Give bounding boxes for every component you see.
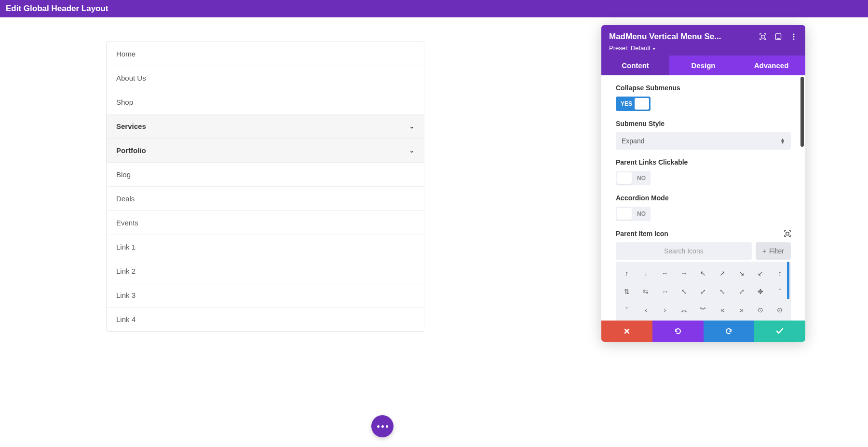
panel-header[interactable]: MadMenu Vertical Menu Se... Preset: Defa…: [601, 25, 805, 56]
icon-grid-container: ↑ ↓ ← → ↖ ↗ ↘ ↙ ↕ ⇅ ⇆ ↔ ⤡ ⤢ ⤡ ⤢ ✥: [616, 262, 791, 321]
icon-option-arrow-left[interactable]: ←: [656, 265, 674, 282]
icon-search-input[interactable]: [616, 242, 752, 260]
icon-option-arrow-down-right[interactable]: ↘: [732, 265, 751, 282]
icon-option-arrow-up-left[interactable]: ↖: [694, 265, 713, 282]
menu-item-label: Link 4: [116, 315, 136, 323]
cancel-button[interactable]: [601, 321, 652, 332]
control-label: Parent Links Clickable: [616, 158, 791, 166]
toggle-collapse-submenus[interactable]: YES: [616, 97, 651, 111]
chevron-down-icon: ⌄: [409, 123, 414, 130]
undo-button[interactable]: [652, 321, 704, 332]
toggle-accordion-mode[interactable]: NO: [616, 207, 651, 221]
menu-item-deals[interactable]: Deals: [107, 187, 424, 211]
control-label: Submenu Style: [616, 120, 791, 127]
menu-item-about[interactable]: About Us: [107, 66, 424, 90]
menu-item-label: Shop: [116, 98, 133, 106]
menu-item-label: Events: [116, 219, 138, 227]
menu-item-link1[interactable]: Link 1: [107, 235, 424, 259]
control-label: Parent Item Icon: [616, 230, 791, 237]
tab-advanced[interactable]: Advanced: [737, 56, 805, 75]
panel-body: Collapse Submenus YES Submenu Style Expa…: [601, 75, 805, 321]
icon-grid-scrollbar[interactable]: [787, 262, 789, 299]
tab-design[interactable]: Design: [669, 56, 737, 75]
toggle-knob: [617, 172, 632, 184]
icon-option-angle-left[interactable]: ‹: [637, 301, 655, 319]
menu-item-events[interactable]: Events: [107, 211, 424, 235]
redo-button[interactable]: [704, 321, 755, 332]
menu-item-blog[interactable]: Blog: [107, 163, 424, 187]
preset-selector[interactable]: Preset: Default ▾: [609, 44, 798, 52]
icon-option-angles-down[interactable]: ︾: [694, 301, 713, 319]
menu-item-label: Link 3: [116, 291, 136, 299]
icon-option-arrow-down-left[interactable]: ↙: [752, 265, 770, 282]
toggle-knob: [617, 208, 632, 220]
expand-icon[interactable]: [759, 33, 767, 41]
menu-item-shop[interactable]: Shop: [107, 90, 424, 114]
plus-icon: +: [762, 247, 766, 255]
menu-item-label: Link 1: [116, 243, 136, 251]
icon-option-move[interactable]: ✥: [752, 283, 770, 300]
toggle-text: NO: [637, 175, 646, 182]
panel-title: MadMenu Vertical Menu Se...: [609, 32, 754, 42]
responsive-settings-icon[interactable]: [784, 230, 791, 237]
menu-item-home[interactable]: Home: [107, 42, 424, 66]
responsive-icon[interactable]: [774, 33, 782, 41]
icon-option-caret-down[interactable]: ˅: [618, 301, 636, 319]
icon-option-arrow-down[interactable]: ↓: [637, 265, 655, 282]
icon-option-angles-right[interactable]: »: [732, 301, 751, 319]
menu-item-label: Blog: [116, 170, 131, 179]
vertical-menu-preview: Home About Us Shop Services⌄ Portfolio⌄ …: [106, 42, 424, 332]
icon-option-arrow-right[interactable]: →: [675, 265, 693, 282]
icon-option-arrows-alt-v[interactable]: ⇅: [618, 283, 636, 300]
control-parent-item-icon: Parent Item Icon + Filter ↑ ↓ ← →: [616, 230, 791, 321]
icon-option-arrows-v[interactable]: ↕: [771, 265, 789, 282]
toggle-text: YES: [621, 100, 632, 107]
icon-option-angle-right[interactable]: ›: [656, 301, 674, 319]
icon-filter-button[interactable]: + Filter: [756, 242, 791, 260]
select-arrows-icon: ▲▼: [780, 138, 785, 144]
icon-option-compress-ne[interactable]: ⤢: [732, 283, 751, 300]
menu-item-link3[interactable]: Link 3: [107, 283, 424, 307]
menu-item-services[interactable]: Services⌄: [107, 114, 424, 139]
svg-point-5: [793, 39, 795, 40]
svg-point-4: [793, 36, 795, 38]
icon-option-arrows-h[interactable]: ↔: [656, 283, 674, 300]
panel-scrollbar[interactable]: [800, 77, 804, 147]
save-button[interactable]: [754, 321, 805, 332]
control-label-text: Parent Item Icon: [616, 230, 668, 237]
menu-item-label: Link 2: [116, 267, 136, 275]
panel-tabs: Content Design Advanced: [601, 56, 805, 75]
icon-grid: ↑ ↓ ← → ↖ ↗ ↘ ↙ ↕ ⇅ ⇆ ↔ ⤡ ⤢ ⤡ ⤢ ✥: [618, 265, 789, 319]
top-bar: Edit Global Header Layout: [0, 0, 868, 17]
icon-option-angles-up[interactable]: ︽: [675, 301, 693, 319]
icon-option-circle-down[interactable]: ⊙: [771, 301, 789, 319]
control-collapse-submenus: Collapse Submenus YES: [616, 84, 791, 111]
select-value: Expand: [622, 137, 644, 145]
svg-point-3: [793, 34, 795, 35]
control-label: Collapse Submenus: [616, 84, 791, 92]
icon-option-angles-left[interactable]: «: [713, 301, 732, 319]
svg-rect-6: [786, 232, 789, 235]
icon-option-arrows-alt-h[interactable]: ⇆: [637, 283, 655, 300]
toggle-text: NO: [637, 210, 646, 217]
icon-option-expand-nw[interactable]: ⤡: [675, 283, 693, 300]
menu-item-portfolio[interactable]: Portfolio⌄: [107, 139, 424, 163]
kebab-menu-icon[interactable]: [790, 33, 798, 41]
menu-item-label: Home: [116, 50, 136, 58]
icon-option-expand-ne[interactable]: ⤢: [694, 283, 713, 300]
menu-item-link2[interactable]: Link 2: [107, 259, 424, 283]
icon-option-compress-nw[interactable]: ⤡: [713, 283, 732, 300]
icon-option-circle-up[interactable]: ⊙: [752, 301, 770, 319]
menu-item-link4[interactable]: Link 4: [107, 307, 424, 331]
menu-item-label: About Us: [116, 74, 146, 82]
preset-label: Preset: Default: [609, 44, 651, 52]
svg-rect-0: [761, 35, 764, 38]
tab-content[interactable]: Content: [601, 56, 669, 75]
select-submenu-style[interactable]: Expand ▲▼: [616, 132, 791, 150]
icon-option-arrow-up-right[interactable]: ↗: [713, 265, 732, 282]
control-submenu-style: Submenu Style Expand ▲▼: [616, 120, 791, 150]
settings-panel: MadMenu Vertical Menu Se... Preset: Defa…: [601, 25, 805, 332]
icon-option-caret-up[interactable]: ˆ: [771, 283, 789, 300]
toggle-parent-links-clickable[interactable]: NO: [616, 171, 651, 185]
icon-option-arrow-up[interactable]: ↑: [618, 265, 636, 282]
